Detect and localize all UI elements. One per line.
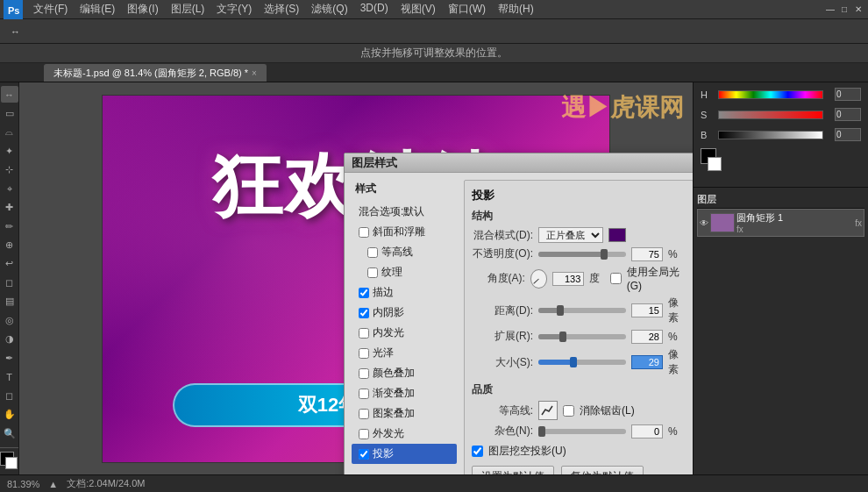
styles-list: 样式 混合选项:默认 斜面和浮雕 等高线 纹理 bbox=[352, 180, 457, 474]
lasso-tool[interactable]: ⌓ bbox=[1, 124, 18, 140]
saturation-input[interactable] bbox=[835, 108, 861, 121]
menu-filter[interactable]: 滤镜(Q) bbox=[306, 0, 352, 18]
eyedropper-tool[interactable]: ⌖ bbox=[1, 180, 18, 196]
style-texture[interactable]: 纹理 bbox=[352, 262, 457, 282]
shape-tool[interactable]: ◻ bbox=[1, 388, 18, 404]
style-contour-check[interactable] bbox=[367, 247, 378, 258]
layer-row[interactable]: 👁 圆角矩形 1 fx fx bbox=[697, 209, 864, 237]
blend-mode-row: 混合模式(D): 正片叠底 bbox=[472, 227, 686, 243]
close-button[interactable]: ✕ bbox=[852, 4, 864, 16]
menu-select[interactable]: 选择(S) bbox=[259, 0, 304, 18]
global-light-check[interactable] bbox=[610, 273, 622, 284]
layer-knocksout-check[interactable] bbox=[472, 446, 483, 457]
reset-default-button[interactable]: 复位为默认值 bbox=[561, 466, 644, 474]
blend-mode-select[interactable]: 正片叠底 bbox=[538, 227, 603, 243]
angle-input[interactable] bbox=[552, 272, 584, 286]
saturation-slider[interactable] bbox=[718, 111, 823, 119]
style-drop-shadow[interactable]: 投影 bbox=[352, 444, 457, 464]
style-inner-glow[interactable]: 内发光 bbox=[352, 323, 457, 343]
opacity-input[interactable] bbox=[631, 247, 663, 261]
style-pattern-overlay[interactable]: 图案叠加 bbox=[352, 403, 457, 424]
opacity-slider[interactable] bbox=[538, 252, 626, 257]
brush-tool[interactable]: ✏ bbox=[1, 217, 18, 234]
spread-slider[interactable] bbox=[538, 334, 626, 339]
set-default-button[interactable]: 设置为默认值 bbox=[472, 466, 554, 474]
menu-help[interactable]: 帮助(H) bbox=[493, 0, 539, 18]
distance-input[interactable] bbox=[631, 303, 663, 317]
pen-tool[interactable]: ✒ bbox=[1, 350, 18, 367]
style-color-overlay-check[interactable] bbox=[359, 368, 369, 379]
style-mixed[interactable]: 混合选项:默认 bbox=[352, 202, 457, 222]
style-inner-shadow-check[interactable] bbox=[359, 308, 369, 318]
menu-layer[interactable]: 图层(L) bbox=[166, 0, 210, 18]
layers-panel-header: 图层 bbox=[697, 191, 864, 209]
menu-3d[interactable]: 3D(D) bbox=[355, 0, 394, 18]
hue-slider[interactable] bbox=[718, 90, 823, 99]
gradient-tool[interactable]: ▤ bbox=[1, 293, 18, 310]
eraser-tool[interactable]: ◻ bbox=[1, 275, 18, 291]
menu-view[interactable]: 视图(V) bbox=[395, 0, 441, 18]
document-tab[interactable]: 未标题-1.psd @ 81.4% (圆角矩形 2, RGB/8) * × bbox=[44, 64, 267, 82]
bg-color-swatch[interactable] bbox=[708, 157, 722, 171]
dodge-tool[interactable]: ◑ bbox=[1, 331, 18, 347]
blur-tool[interactable]: ◎ bbox=[1, 312, 18, 329]
menu-file[interactable]: 文件(F) bbox=[28, 0, 73, 18]
minimize-button[interactable]: — bbox=[824, 4, 836, 16]
move-tool[interactable]: ↔ bbox=[1, 86, 18, 103]
dialog-titlebar[interactable]: 图层样式 × bbox=[345, 153, 693, 173]
style-satin-check[interactable] bbox=[359, 348, 369, 359]
dialog-title: 图层样式 bbox=[352, 155, 693, 171]
style-gradient-overlay[interactable]: 渐变叠加 bbox=[352, 383, 457, 403]
menu-text[interactable]: 文字(Y) bbox=[211, 0, 257, 18]
spread-input[interactable] bbox=[631, 330, 663, 344]
style-stroke[interactable]: 描边 bbox=[352, 282, 457, 303]
style-bevel[interactable]: 斜面和浮雕 bbox=[352, 222, 457, 242]
menu-window[interactable]: 窗口(W) bbox=[443, 0, 491, 18]
menu-edit[interactable]: 编辑(E) bbox=[75, 0, 120, 18]
style-texture-check[interactable] bbox=[367, 267, 378, 278]
heal-tool[interactable]: ✚ bbox=[1, 199, 18, 216]
contour-preview[interactable] bbox=[538, 401, 558, 420]
style-satin[interactable]: 光泽 bbox=[352, 343, 457, 363]
distance-slider[interactable] bbox=[538, 308, 626, 313]
menu-image[interactable]: 图像(I) bbox=[122, 0, 163, 18]
style-gradient-overlay-check[interactable] bbox=[359, 389, 369, 399]
panel-label: H bbox=[701, 89, 708, 100]
style-pattern-overlay-check[interactable] bbox=[359, 409, 369, 419]
tab-close-button[interactable]: × bbox=[252, 68, 257, 78]
brightness-input[interactable] bbox=[835, 128, 861, 141]
text-tool[interactable]: T bbox=[1, 368, 18, 385]
style-contour[interactable]: 等高线 bbox=[352, 242, 457, 262]
blend-color-swatch[interactable] bbox=[608, 228, 626, 242]
anti-alias-check[interactable] bbox=[563, 405, 574, 417]
clone-tool[interactable]: ⊕ bbox=[1, 237, 18, 253]
maximize-button[interactable]: □ bbox=[838, 4, 850, 16]
style-bevel-check[interactable] bbox=[359, 227, 369, 238]
angle-dial[interactable] bbox=[530, 269, 547, 289]
angle-label: 角度(A): bbox=[472, 271, 525, 286]
style-inner-glow-check[interactable] bbox=[359, 328, 369, 339]
zoom-tool[interactable]: 🔍 bbox=[1, 424, 18, 441]
crop-tool[interactable]: ⊹ bbox=[1, 161, 18, 178]
selection-tool[interactable]: ▭ bbox=[1, 104, 18, 121]
hand-tool[interactable]: ✋ bbox=[1, 406, 18, 423]
hue-input[interactable] bbox=[835, 88, 861, 101]
distance-unit: 像素 bbox=[668, 296, 686, 325]
history-tool[interactable]: ↩ bbox=[1, 255, 18, 272]
style-drop-shadow-check[interactable] bbox=[359, 449, 369, 460]
layer-visibility-icon[interactable]: 👁 bbox=[700, 218, 708, 228]
style-outer-glow-check[interactable] bbox=[359, 429, 369, 439]
brightness-slider[interactable] bbox=[718, 131, 823, 139]
style-stroke-check[interactable] bbox=[359, 288, 369, 298]
noise-input[interactable] bbox=[631, 424, 663, 439]
style-outer-glow[interactable]: 外发光 bbox=[352, 424, 457, 444]
noise-slider[interactable] bbox=[538, 429, 626, 434]
wand-tool[interactable]: ✦ bbox=[1, 142, 18, 159]
style-inner-shadow[interactable]: 内阴影 bbox=[352, 303, 457, 323]
size-slider[interactable] bbox=[538, 360, 626, 365]
style-color-overlay[interactable]: 颜色叠加 bbox=[352, 363, 457, 383]
move-tool-options[interactable]: ↔ bbox=[5, 25, 25, 39]
size-input[interactable] bbox=[631, 355, 663, 369]
background-color[interactable] bbox=[5, 457, 18, 469]
layer-fx-badge[interactable]: fx bbox=[855, 218, 862, 228]
